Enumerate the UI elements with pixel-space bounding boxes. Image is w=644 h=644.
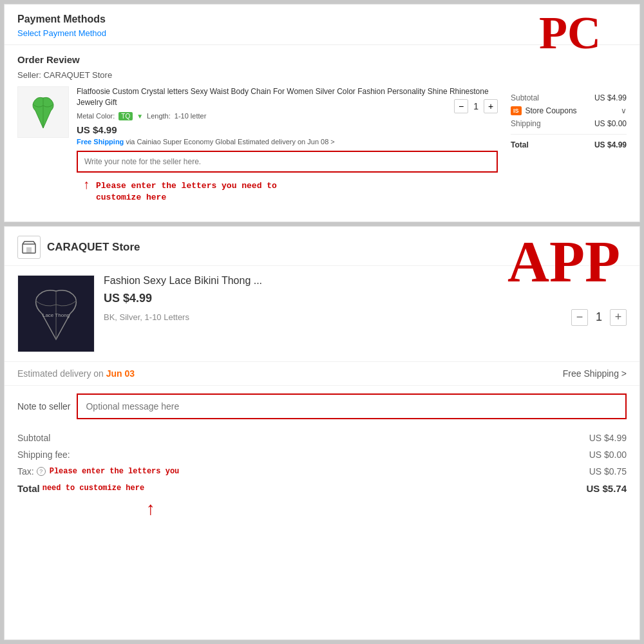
pc-content-layout: Flatfoosie Custom Crystal letters Sexy W… [17, 86, 627, 213]
shipping-detail-pc: via Cainiao Super Economy Global Estimat… [124, 138, 334, 146]
pc-right-column: Subtotal US $4.99 IS Store Coupons ∨ Shi… [498, 86, 627, 213]
total-row-pc: Total US $4.99 [511, 138, 627, 151]
delivery-shipping-row: Estimated delivery on Jun 03 Free Shippi… [5, 361, 639, 386]
estimated-delivery: Estimated delivery on Jun 03 [17, 368, 135, 379]
total-label-pc: Total [511, 140, 529, 149]
main-container: PC Payment Methods Select Payment Method… [0, 0, 644, 644]
svg-rect-1 [26, 247, 32, 253]
app-shipping-row: Shipping fee: US $0.00 [17, 446, 627, 463]
decrease-qty-button-app[interactable]: − [571, 309, 588, 326]
red-arrow-annotation-pc: ↑ Please enter the letters you need to c… [77, 178, 498, 206]
app-qty-control: − 1 + [571, 309, 627, 326]
decrease-qty-button-pc[interactable]: − [454, 99, 468, 113]
store-coupons-row-pc[interactable]: IS Store Coupons ∨ [511, 104, 627, 117]
annotation-inline: Please enter the letters you [50, 467, 180, 476]
app-subtotal-row: Subtotal US $4.99 [17, 430, 627, 446]
app-product-image: Lace Thong [17, 275, 95, 352]
order-review-title: Order Review [17, 54, 627, 65]
annotation-bottom: ↑ [5, 500, 639, 518]
shipping-label-pc: Shipping [511, 119, 541, 128]
divider-pc [511, 134, 627, 135]
note-to-seller-row: Note to seller [5, 386, 639, 427]
select-payment-link[interactable]: Select Payment Method [17, 28, 627, 38]
svg-text:Lace Thong: Lace Thong [43, 312, 70, 318]
product-options-pc: Metal Color: TQ ▼ Length: 1-10 letter − … [77, 112, 498, 120]
color-label: Metal Color: [77, 112, 115, 120]
coupon-label: Store Coupons [526, 106, 577, 115]
app-total-label-group: Total need to customize here [17, 483, 144, 494]
pc-left-column: Flatfoosie Custom Crystal letters Sexy W… [17, 86, 498, 213]
dropdown-arrow-icon[interactable]: ▼ [137, 113, 143, 120]
shipping-value-pc: US $0.00 [594, 119, 627, 128]
increase-qty-button-pc[interactable]: + [484, 99, 498, 113]
app-total-row: Total need to customize here US $5.74 [17, 480, 627, 497]
note-input-wrapper-pc [77, 151, 498, 173]
product-row: Flatfoosie Custom Crystal letters Sexy W… [17, 86, 498, 206]
delivery-date: Jun 03 [106, 368, 135, 379]
product-title-pc: Flatfoosie Custom Crystal letters Sexy W… [77, 86, 498, 108]
length-value: 1-10 letter [175, 112, 207, 120]
app-total-label: Total [17, 483, 40, 494]
app-tax-row: Tax: ? Please enter the letters you US $… [17, 463, 627, 480]
increase-qty-button-app[interactable]: + [610, 309, 627, 326]
app-subtotal-value: US $4.99 [589, 433, 627, 443]
subtotal-row-pc: Subtotal US $4.99 [511, 91, 627, 104]
length-label: Length: [147, 112, 171, 120]
app-subtotal-label: Subtotal [17, 433, 50, 443]
coupon-icon: IS [511, 106, 522, 115]
shipping-row-pc: Shipping US $0.00 [511, 117, 627, 130]
total-value-pc: US $4.99 [594, 140, 627, 149]
store-name-app: CARAQUET Store [47, 241, 140, 254]
app-tax-label-group: Tax: ? Please enter the letters you [17, 466, 179, 477]
product-price-pc: US $4.99 [77, 124, 498, 135]
payment-methods-title: Payment Methods [17, 14, 627, 25]
annotation-inline2: need to customize here [43, 484, 144, 493]
app-tax-label: Tax: [17, 466, 34, 477]
pc-label: PC [539, 10, 601, 56]
app-qty-value: 1 [596, 310, 602, 324]
app-note-input[interactable] [78, 395, 625, 418]
free-shipping-app[interactable]: Free Shipping > [563, 368, 627, 379]
app-product-variant: BK, Silver, 1-10 Letters − 1 + [104, 309, 627, 326]
order-summary-pc: Subtotal US $4.99 IS Store Coupons ∨ Shi… [511, 91, 627, 151]
app-note-input-wrapper [77, 393, 627, 419]
red-arrow-down-icon: ↑ [83, 178, 90, 191]
red-arrow-up-icon: ↑ [146, 500, 155, 518]
note-label-app: Note to seller [17, 401, 70, 412]
subtotal-label-pc: Subtotal [511, 93, 539, 102]
note-input-pc[interactable] [78, 152, 497, 171]
app-product-price: US $4.99 [104, 292, 627, 305]
app-shipping-label: Shipping fee: [17, 450, 70, 460]
app-label: APP [507, 233, 620, 291]
store-icon [17, 236, 41, 259]
app-total-value: US $5.74 [586, 483, 627, 494]
app-summary-section: Subtotal US $4.99 Shipping fee: US $0.00… [5, 427, 639, 500]
annotation-text-pc: Please enter the letters you need to cus… [90, 178, 277, 206]
delivery-label: Estimated delivery on [17, 368, 104, 379]
info-icon: ? [37, 467, 46, 476]
pc-section: PC Payment Methods Select Payment Method… [4, 4, 640, 222]
app-section: APP CARAQUET Store Lace Thong [4, 226, 640, 640]
quantity-control-pc: − 1 + [454, 99, 498, 113]
subtotal-value-pc: US $4.99 [594, 93, 627, 102]
seller-name: Seller: CARAQUET Store [17, 70, 627, 80]
free-shipping-link-pc[interactable]: Free Shipping [77, 138, 124, 146]
variant-text: BK, Silver, 1-10 Letters [104, 312, 189, 322]
product-details-pc: Flatfoosie Custom Crystal letters Sexy W… [77, 86, 498, 206]
chevron-down-icon[interactable]: ∨ [621, 106, 627, 115]
app-shipping-value: US $0.00 [589, 450, 627, 460]
free-shipping-text-pc: Free Shipping via Cainiao Super Economy … [77, 138, 498, 146]
color-value: TQ [118, 112, 133, 120]
qty-value-pc: 1 [473, 101, 478, 111]
app-tax-value: US $0.75 [589, 466, 627, 477]
order-review-section: Order Review Seller: CARAQUET Store [5, 45, 639, 222]
product-image-pc [17, 86, 69, 138]
coupon-left: IS Store Coupons [511, 106, 577, 115]
